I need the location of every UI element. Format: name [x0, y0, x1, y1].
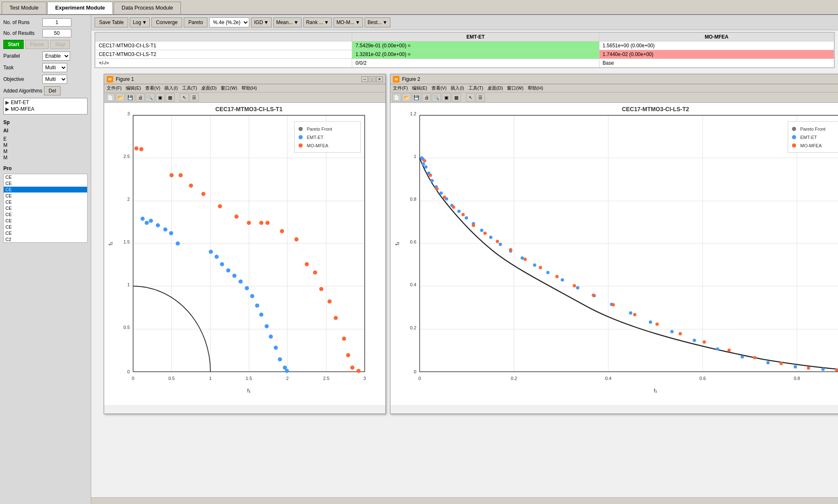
metric-arrow-icon: ▼ [264, 19, 269, 25]
svg-point-64 [247, 221, 251, 225]
tab-data-process-module[interactable]: Data Process Module [114, 2, 181, 14]
objective-select[interactable]: Multi Single [42, 75, 67, 84]
svg-point-154 [452, 205, 455, 209]
stat1-dropdown[interactable]: Mean... ▼ [273, 17, 302, 27]
fig2-menu-insert[interactable]: 插入(I) [451, 85, 464, 91]
fig2-menu-edit[interactable]: 编辑(E) [412, 85, 427, 91]
alg-dropdown[interactable]: MO-M... ▼ [334, 17, 363, 27]
pro-item-7[interactable]: CE [4, 212, 87, 217]
fig1-tool-print[interactable]: 🖨 [136, 93, 145, 102]
row1-mo: 1.5651e+00 (0.00e+00) [599, 41, 834, 50]
fig2-tool-a[interactable]: ▣ [442, 93, 451, 102]
pro-item-6[interactable]: CE [4, 205, 87, 211]
best-dropdown[interactable]: Best... ▼ [365, 17, 390, 27]
fig2-menu-file[interactable]: 文件(F) [393, 85, 408, 91]
svg-point-156 [472, 224, 475, 227]
fig1-tool-cursor[interactable]: ↖ [180, 93, 189, 102]
pro-item-2[interactable]: CE [4, 180, 87, 186]
svg-point-61 [201, 192, 205, 196]
svg-text:3: 3 [363, 376, 366, 381]
parallel-select[interactable]: Enable Disable [42, 51, 70, 61]
fig1-tool-a[interactable]: ▣ [156, 93, 165, 102]
metric-dropdown[interactable]: IGD ▼ [251, 17, 271, 27]
pro-item-4[interactable]: CE [4, 193, 87, 199]
figure1-window: M Figure 1 ─ □ ✕ 文件(F) 编辑(E) 查看(V) 插入(I)… [104, 74, 386, 414]
alg-item-mo-mfea[interactable]: ▶ MO-MFEA [5, 106, 85, 112]
svg-point-40 [209, 250, 213, 254]
fig2-tool-pan[interactable]: ☰ [476, 93, 485, 102]
stop-button[interactable]: Stop [50, 40, 70, 49]
fig1-menu-edit[interactable]: 编辑(E) [126, 85, 141, 91]
fig2-menu-desktop[interactable]: 桌面(D) [487, 85, 503, 91]
svg-text:1: 1 [209, 376, 212, 381]
table-row-3: +/-/= 0/0/2 Base [95, 59, 834, 68]
task-select[interactable]: Multi Single [42, 63, 67, 72]
fig1-tool-save[interactable]: 💾 [126, 93, 135, 102]
pro-item-11[interactable]: C2 [4, 236, 87, 242]
fig1-tool-zoom[interactable]: 🔍 [146, 93, 155, 102]
fig2-tool-zoom[interactable]: 🔍 [432, 93, 441, 102]
stat2-dropdown[interactable]: Rank ... ▼ [303, 17, 332, 27]
pro-section: Pro [3, 163, 88, 171]
fig1-menu-view[interactable]: 查看(V) [145, 85, 161, 91]
format-select[interactable]: %.4e (%.2e) [209, 17, 249, 27]
fig1-menu-desktop[interactable]: 桌面(D) [201, 85, 217, 91]
pro-item-8[interactable]: CE [4, 218, 87, 224]
objective-row: Objective Multi Single [3, 75, 88, 84]
fig1-menu-file[interactable]: 文件(F) [107, 85, 122, 91]
fig1-tool-open[interactable]: 📂 [116, 93, 125, 102]
tab-experiment-module[interactable]: Experiment Module [47, 2, 113, 14]
svg-point-51 [269, 334, 273, 338]
figure1-minimize-button[interactable]: ─ [361, 76, 368, 82]
fig1-menu-insert[interactable]: 插入(I) [164, 85, 178, 91]
fig2-menu-window[interactable]: 窗口(W) [507, 85, 524, 91]
svg-text:0.6: 0.6 [699, 376, 706, 381]
converge-button[interactable]: Converge [151, 17, 182, 27]
fig1-tool-pan[interactable]: ☰ [190, 93, 199, 102]
alg-name-2: MO-MFEA [11, 106, 34, 112]
fig2-menu-view[interactable]: 查看(V) [431, 85, 447, 91]
fig2-tool-save[interactable]: 💾 [412, 93, 421, 102]
fig2-menu-tools[interactable]: 工具(T) [468, 85, 483, 91]
fig2-tool-b[interactable]: ▦ [452, 93, 461, 102]
fig2-tool-print[interactable]: 🖨 [422, 93, 431, 102]
pro-item-10[interactable]: CE [4, 230, 87, 236]
results-input[interactable] [42, 29, 71, 37]
svg-text:Pareto Front: Pareto Front [800, 127, 826, 131]
tab-test-module[interactable]: Test Module [2, 2, 46, 14]
svg-point-36 [156, 223, 160, 227]
pareto-button[interactable]: Pareto [184, 17, 207, 27]
fig2-tool-cursor[interactable]: ↖ [466, 93, 475, 102]
pro-item-3[interactable]: CE [4, 187, 87, 192]
fig2-tool-new[interactable]: 📄 [392, 93, 401, 102]
m-item-3: M [3, 155, 88, 161]
del-button[interactable]: Del [44, 86, 61, 95]
alg-item-emt-et[interactable]: ▶ EMT-ET [5, 99, 85, 106]
svg-point-141 [670, 330, 674, 333]
fig2-menu-help[interactable]: 帮助(H) [528, 85, 543, 91]
svg-point-42 [220, 262, 224, 266]
save-table-button[interactable]: Save Table [95, 17, 128, 27]
fig1-menu-tools[interactable]: 工具(T) [182, 85, 197, 91]
pro-item-5[interactable]: CE [4, 199, 87, 205]
pro-item-9[interactable]: CE [4, 224, 87, 230]
svg-point-77 [356, 369, 361, 373]
svg-point-152 [435, 187, 438, 190]
row3-emt: 0/0/2 [352, 59, 599, 68]
log-dropdown[interactable]: Log ▼ [130, 17, 150, 27]
bottom-scrollbar[interactable] [91, 497, 838, 504]
svg-point-118 [424, 166, 428, 169]
start-button[interactable]: Start [3, 40, 24, 49]
runs-input[interactable] [42, 18, 71, 27]
fig1-tool-b[interactable]: ▦ [166, 93, 175, 102]
pro-item-1[interactable]: CE [4, 174, 87, 180]
svg-point-168 [679, 332, 682, 335]
fig1-menu-window[interactable]: 窗口(W) [221, 85, 237, 91]
fig1-menu-help[interactable]: 帮助(H) [241, 85, 257, 91]
pause-button[interactable]: Pause [25, 40, 49, 49]
figure1-close-button[interactable]: ✕ [376, 76, 383, 82]
right-panel: Save Table Log ▼ Converge Pareto %.4e (%… [91, 15, 838, 504]
fig2-tool-open[interactable]: 📂 [402, 93, 411, 102]
figure1-maximize-button[interactable]: □ [369, 76, 375, 82]
fig1-tool-new[interactable]: 📄 [106, 93, 115, 102]
